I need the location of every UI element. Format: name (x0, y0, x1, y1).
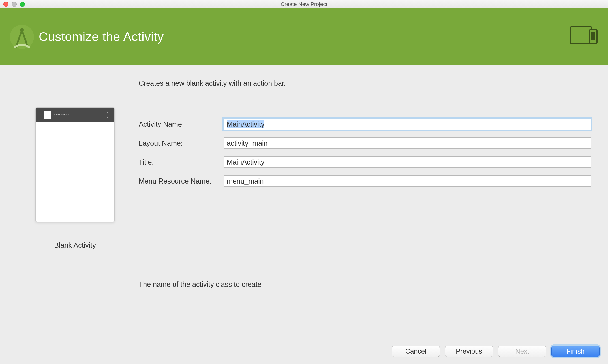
preview-column: ‹ 〰〰〰 ⋮ Blank Activity (11, 79, 139, 288)
svg-rect-2 (570, 27, 592, 44)
layout-name-row: Layout Name: (139, 137, 591, 149)
menu-resource-label: Menu Resource Name: (139, 177, 224, 185)
menu-resource-field[interactable] (224, 175, 591, 187)
maximize-window-button[interactable] (20, 2, 25, 7)
hint-text: The name of the activity class to create (139, 280, 591, 288)
wave-decoration-icon: 〰〰〰 (54, 112, 101, 118)
preview-actionbar: ‹ 〰〰〰 ⋮ (36, 108, 114, 122)
wizard-content: ‹ 〰〰〰 ⋮ Blank Activity Creates a new bla… (0, 65, 608, 288)
activity-name-row: Activity Name: (139, 119, 591, 130)
menu-resource-row: Menu Resource Name: (139, 175, 591, 187)
title-field[interactable] (224, 156, 591, 168)
layout-name-field[interactable] (224, 137, 591, 149)
app-icon (44, 111, 51, 119)
activity-name-label: Activity Name: (139, 120, 224, 128)
form-column: Creates a new blank activity with an act… (139, 79, 597, 288)
header-title: Customize the Activity (39, 30, 164, 44)
close-window-button[interactable] (3, 2, 8, 7)
svg-rect-4 (591, 32, 595, 40)
minimize-window-button[interactable] (12, 2, 17, 7)
activity-name-field[interactable] (224, 119, 591, 130)
title-label: Title: (139, 158, 224, 166)
wizard-header: Customize the Activity (0, 8, 608, 65)
layout-name-label: Layout Name: (139, 139, 224, 147)
device-icon (570, 26, 600, 47)
previous-button[interactable]: Previous (445, 346, 493, 357)
finish-button[interactable]: Finish (551, 346, 600, 357)
android-studio-icon (8, 23, 35, 50)
titlebar: Create New Project (0, 0, 608, 8)
next-button[interactable]: Next (498, 346, 546, 357)
wizard-footer: Cancel Previous Next Finish (392, 346, 600, 357)
window-title: Create New Project (281, 1, 327, 7)
description-text: Creates a new blank activity with an act… (139, 79, 591, 87)
preview-label: Blank Activity (54, 241, 96, 249)
title-row: Title: (139, 156, 591, 168)
activity-preview: ‹ 〰〰〰 ⋮ (35, 107, 115, 222)
back-chevron-icon: ‹ (39, 111, 41, 119)
cancel-button[interactable]: Cancel (392, 346, 440, 357)
hint-divider (139, 272, 591, 272)
overflow-menu-icon: ⋮ (104, 111, 111, 119)
traffic-lights (3, 2, 25, 7)
